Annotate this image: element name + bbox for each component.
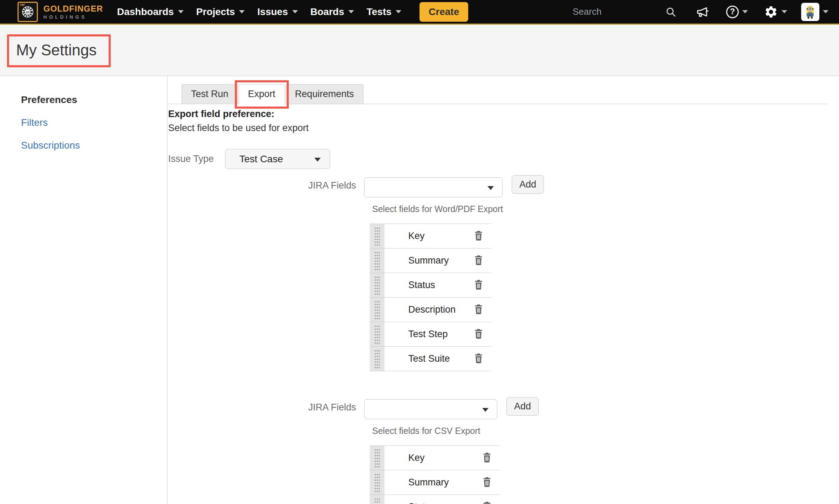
main-content: Test Run Export Requirements Export fiel…: [168, 76, 839, 504]
jira-fields-row-csv: JIRA Fields Add: [168, 397, 839, 419]
menu-tests-label: Tests: [367, 6, 391, 18]
add-field-button-csv[interactable]: Add: [506, 397, 539, 416]
jira-fields-label: JIRA Fields: [168, 180, 364, 191]
menu-dashboards-label: Dashboards: [117, 6, 174, 18]
field-row: Status: [370, 495, 499, 504]
menu-projects-label: Projects: [196, 6, 235, 18]
delete-field-button[interactable]: [471, 302, 486, 318]
drag-handle[interactable]: [370, 273, 384, 297]
chevron-down-icon: [823, 10, 828, 13]
delete-field-button[interactable]: [479, 475, 494, 490]
sidebar-item-filters[interactable]: Filters: [21, 117, 167, 128]
field-row: Summary: [370, 248, 491, 273]
jira-fields-select-wordpdf[interactable]: [364, 177, 503, 197]
field-label: Summary: [408, 477, 449, 488]
chevron-down-icon: [178, 10, 184, 13]
drag-handle[interactable]: [370, 322, 384, 346]
delete-field-button[interactable]: [479, 499, 494, 504]
field-row: Test Suite: [370, 347, 491, 371]
help-menu[interactable]: ?: [726, 6, 748, 18]
delete-field-button[interactable]: [471, 351, 486, 367]
drag-handle[interactable]: [370, 298, 384, 322]
delete-field-button[interactable]: [479, 450, 494, 466]
drag-dots-icon: [374, 276, 380, 295]
gear-icon: [764, 5, 778, 19]
jira-fields-label: JIRA Fields: [168, 402, 364, 413]
jira-fields-row-wordpdf: JIRA Fields Add: [168, 175, 839, 197]
field-label: Status: [408, 502, 435, 504]
drag-handle[interactable]: [370, 224, 384, 248]
delete-field-button[interactable]: [471, 229, 486, 244]
csv-fields-list: KeySummaryStatus: [370, 445, 499, 504]
menu-issues[interactable]: Issues: [257, 6, 298, 18]
menu-dashboards[interactable]: Dashboards: [117, 6, 184, 18]
drag-dots-icon: [374, 227, 380, 246]
menu-issues-label: Issues: [257, 6, 288, 18]
delete-field-button[interactable]: [471, 253, 486, 268]
settings-menu[interactable]: [764, 5, 787, 19]
user-menu[interactable]: [801, 3, 828, 21]
svg-text:Gf: Gf: [26, 10, 29, 14]
field-row: Key: [370, 224, 491, 248]
drag-dots-icon: [374, 498, 380, 504]
tab-requirements[interactable]: Requirements: [286, 84, 363, 104]
chevron-down-icon: [742, 10, 748, 13]
field-label: Status: [408, 280, 435, 291]
top-navigation-bar: 79F Gf GOLDFINGER HOLDINGS Dashboards Pr…: [0, 0, 839, 25]
wordpdf-caption: Select fields for Word/PDF Export: [372, 204, 839, 214]
menu-boards[interactable]: Boards: [311, 6, 354, 18]
main-menu: Dashboards Projects Issues Boards Tests: [117, 6, 401, 18]
trash-icon: [482, 477, 492, 489]
jira-fields-select-csv[interactable]: [364, 399, 497, 419]
issue-type-label: Issue Type: [168, 154, 225, 164]
trash-icon: [474, 230, 483, 242]
megaphone-icon[interactable]: [696, 5, 710, 19]
drag-handle[interactable]: [370, 470, 384, 495]
drag-handle[interactable]: [370, 248, 384, 273]
brand-name: GOLDFINGER: [43, 5, 103, 13]
issue-type-row: Issue Type Test Case: [168, 149, 839, 169]
chevron-down-icon: [487, 186, 494, 190]
field-label: Key: [408, 231, 425, 241]
drag-handle[interactable]: [370, 446, 384, 470]
menu-tests[interactable]: Tests: [367, 6, 401, 18]
field-label: Summary: [408, 255, 449, 266]
issue-type-select[interactable]: Test Case: [225, 149, 330, 169]
tab-test-run[interactable]: Test Run: [182, 84, 238, 104]
settings-sidebar: Preferences Filters Subscriptions: [0, 76, 168, 504]
tab-requirements-label: Requirements: [295, 89, 354, 100]
create-button[interactable]: Create: [420, 2, 468, 22]
chevron-down-icon: [396, 10, 401, 13]
chevron-down-icon: [292, 10, 298, 13]
field-row: Summary: [370, 470, 499, 495]
delete-field-button[interactable]: [471, 327, 486, 342]
add-field-button-wordpdf[interactable]: Add: [512, 175, 544, 194]
field-row: Description: [370, 298, 491, 322]
search-icon[interactable]: [665, 6, 676, 18]
menu-projects[interactable]: Projects: [196, 6, 245, 18]
field-row: Key: [370, 446, 499, 470]
sidebar-item-subscriptions[interactable]: Subscriptions: [21, 140, 167, 151]
drag-handle[interactable]: [370, 347, 384, 371]
page-title: My Settings: [16, 41, 97, 59]
trash-icon: [482, 501, 492, 504]
tab-test-run-label: Test Run: [191, 89, 228, 100]
tab-export[interactable]: Export: [239, 84, 285, 104]
delete-field-button[interactable]: [471, 278, 486, 293]
issue-type-value: Test Case: [239, 154, 283, 165]
drag-handle[interactable]: [370, 495, 384, 504]
chevron-down-icon: [314, 158, 321, 162]
trash-icon: [474, 279, 483, 291]
drag-dots-icon: [374, 349, 380, 368]
brand[interactable]: 79F Gf GOLDFINGER HOLDINGS: [18, 2, 103, 22]
highlight-box-title: My Settings: [7, 34, 111, 67]
search-input[interactable]: [573, 6, 665, 17]
brand-text: GOLDFINGER HOLDINGS: [43, 5, 103, 19]
drag-dots-icon: [374, 300, 380, 319]
wordpdf-fields-list: KeySummaryStatusDescriptionTest StepTest…: [370, 224, 491, 371]
trash-icon: [474, 304, 483, 316]
drag-dots-icon: [374, 251, 380, 270]
drag-dots-icon: [374, 325, 380, 344]
page-header: My Settings: [0, 25, 839, 76]
field-label: Test Suite: [408, 353, 450, 364]
